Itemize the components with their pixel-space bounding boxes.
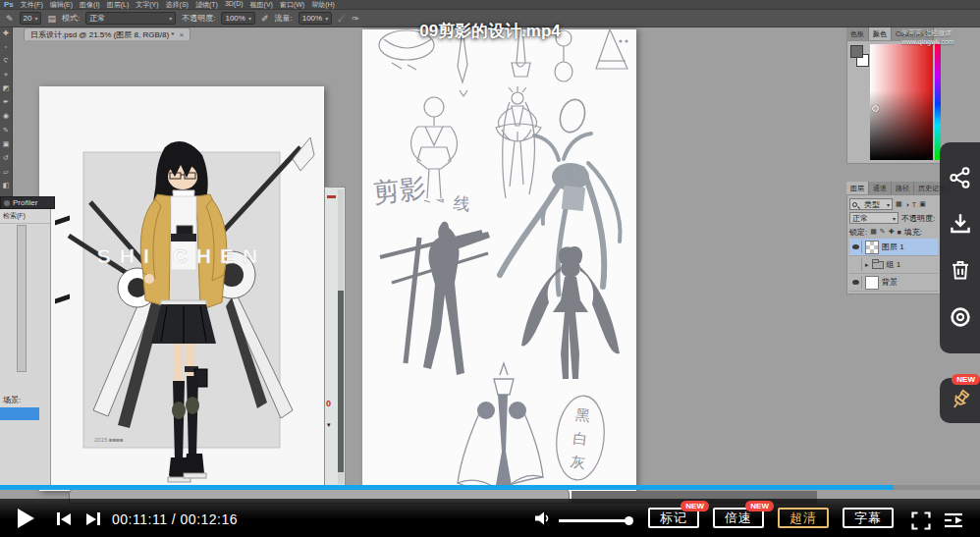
ps-menu-item[interactable]: 选择(S) [166,0,189,10]
download-icon[interactable] [950,213,971,235]
fullscreen-icon[interactable] [911,511,931,530]
pin-icon[interactable] [949,389,972,412]
filter-type-icon[interactable]: T [912,201,916,208]
lock-all-icon[interactable]: ■ [898,229,901,236]
lock-pixels-icon[interactable]: ✎ [880,228,886,236]
folder-icon [872,261,884,269]
crop-tool-icon[interactable]: ◩ [3,84,10,91]
lock-transparency-icon[interactable]: ▦ [870,228,877,236]
brush-tool-icon[interactable]: ✎ [3,127,9,134]
subtitle-button[interactable]: 字幕 [843,508,894,528]
mark-button[interactable]: 标记NEW [648,508,699,528]
note-black-white-gray: 黑白灰 [570,405,591,470]
new-badge: NEW [745,501,774,511]
artwork-caption: SHI CHEN [97,244,266,267]
lasso-tool-icon[interactable]: Ϛ [3,57,8,64]
quality-button[interactable]: 超清 [778,508,829,528]
wand-tool-icon[interactable]: ⌖ [4,71,8,78]
lock-position-icon[interactable]: ✚ [889,228,895,236]
playlist-icon[interactable] [943,511,964,529]
svg-text:灰: 灰 [570,453,586,470]
canvas-sketch-page[interactable]: 剪影 → 线 [362,29,636,499]
tab-图层[interactable]: 图层 [846,182,869,194]
speed-label: 倍速 [725,510,752,527]
record-icon[interactable] [949,305,972,329]
ps-menu-item[interactable]: 滤镜(T) [195,0,218,10]
stamp-tool-icon[interactable]: ▣ [3,140,10,147]
new-badge: NEW [952,374,980,385]
canvas-character-art[interactable]: SHI CHEN 2015 ■■■■ [39,86,324,491]
layer-thumbnail[interactable] [865,276,879,290]
color-picker-panel [846,40,941,164]
scene-selected-item[interactable] [0,407,39,420]
layers-panel: 类型 ▾ ▦ ◑ T ▣ 正常 ▾ 不透明度: 锁定: ▦ ✎ [846,194,941,295]
visibility-eye-icon[interactable] [849,276,862,289]
artwork-year-text: 2015 ■■■■ [94,437,124,443]
search-icon [852,202,857,207]
eraser-tool-icon[interactable]: ▱ [3,168,8,175]
profiler-window-titlebar[interactable]: Profiler [0,196,55,209]
layer-name: 组 1 [887,259,901,270]
ps-menu-item[interactable]: 图层(L) [107,0,130,10]
history-brush-tool-icon[interactable]: ↺ [3,154,9,161]
note-silhouette: 剪影 [371,173,427,207]
volume-slider[interactable] [559,519,629,522]
profiler-window: 检索(F) 场景: [0,209,51,488]
layer-filter-select[interactable]: 类型 ▾ [849,198,893,210]
share-icon[interactable] [950,167,971,188]
foreground-color-swatch[interactable] [850,45,863,58]
hue-slider[interactable] [935,44,941,160]
ps-menu-item[interactable]: 视图(V) [250,0,273,10]
heal-tool-icon[interactable]: ◉ [3,112,9,119]
layer-thumbnail[interactable] [865,241,879,254]
ps-menu-item[interactable]: 文字(Y) [136,0,158,10]
ps-menu-item[interactable]: 窗口(W) [280,0,304,10]
volume-icon[interactable] [533,510,551,526]
speed-button[interactable]: 倍速NEW [713,508,764,528]
next-button[interactable] [86,512,100,525]
progress-bar[interactable] [0,485,980,490]
layer-name: 背景 [882,277,898,288]
progress-fill [0,485,894,490]
expand-arrow-icon[interactable]: ▸ [865,261,869,269]
marquee-tool-icon[interactable]: ▫ [5,43,7,50]
layer-blend-select[interactable]: 正常 ▾ [849,212,898,224]
tab-通道[interactable]: 通道 [869,182,892,194]
ps-logo: Ps [4,0,14,9]
profiler-menu[interactable]: 检索(F) [0,209,50,224]
filter-shape-icon[interactable]: ▣ [919,200,926,208]
ps-menu-item[interactable]: 文件(F) [21,0,43,10]
volume-knob[interactable] [625,516,633,525]
layer-row[interactable]: 图层 1 [849,239,938,256]
scrollbar-thumb[interactable] [338,291,344,472]
layer-row[interactable]: 背景 [849,274,938,292]
side-action-panel [940,142,980,353]
ps-menu-item[interactable]: 3D(D) [225,0,244,10]
ps-menu-item[interactable]: 帮助(H) [311,0,335,10]
fill-label: 填充: [904,227,922,238]
video-player: Ps 文件(F)编辑(E)图像(I)图层(L)文字(Y)选择(S)滤镜(T)3D… [0,0,980,537]
ps-menu-bar: Ps 文件(F)编辑(E)图像(I)图层(L)文字(Y)选择(S)滤镜(T)3D… [0,0,980,10]
ps-right-panels: 色板颜色Coolorus 2 图层通道路径历史记录 类型 ▾ ▦ ◑ T [846,27,941,295]
new-badge: NEW [681,501,709,511]
svg-text:白: 白 [572,429,589,447]
quality-label: 超清 [789,510,817,527]
sketch-drawings: 剪影 → 线 [362,29,636,499]
layer-row[interactable]: ▸组 1 [849,256,938,274]
profiler-title: Profiler [13,198,37,207]
filter-pixel-icon[interactable]: ▦ [896,200,902,208]
visibility-eye-icon[interactable] [849,241,862,253]
saturation-value-field[interactable] [870,44,933,160]
note-line: 线 [452,193,470,214]
previous-button[interactable] [57,512,71,525]
tab-路径[interactable]: 路径 [892,182,914,194]
visibility-eye-icon[interactable] [849,258,862,271]
gradient-tool-icon[interactable]: ◧ [3,182,10,188]
ps-menu-item[interactable]: 编辑(E) [50,0,73,10]
ps-menu-item[interactable]: 图像(I) [80,0,100,10]
play-button[interactable] [18,509,34,528]
trash-icon[interactable] [950,259,971,281]
eyedropper-tool-icon[interactable]: ✒ [3,98,9,105]
color-cursor[interactable] [872,105,879,112]
filter-adjustment-icon[interactable]: ◑ [905,201,909,208]
